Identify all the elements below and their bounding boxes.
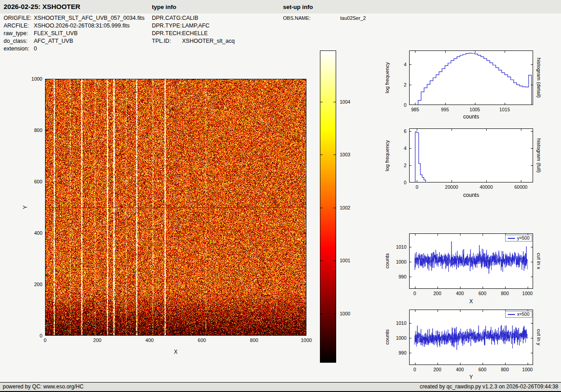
tick-label: 400 — [132, 337, 168, 343]
colorbar-tick-label: 1001 — [340, 258, 350, 263]
tick-label: 6 — [388, 128, 406, 134]
cut-y-right-label: cut in y — [535, 310, 543, 365]
tick-label: 1000 — [388, 259, 406, 264]
colorbar — [320, 50, 336, 363]
tick-label: 600 — [184, 337, 220, 343]
main-x-axis-label: X — [45, 349, 306, 355]
qc-report-page: 2026-02-25: XSHOOTER type info set-up in… — [0, 0, 561, 392]
tick-label: 40000 — [468, 184, 504, 190]
footer-bar: powered by QC: www.eso.org/HC created by… — [0, 382, 561, 392]
tick-label: 400 — [24, 230, 42, 236]
tick-label: 2 — [388, 163, 406, 168]
hist-detail-y-axis-label: log frequency — [383, 50, 391, 105]
main-y-axis-label: Y — [22, 79, 29, 336]
hist-full-x-axis-label: counts — [409, 192, 533, 198]
tick-label: 60000 — [503, 184, 539, 190]
cut-in-x-plot — [409, 233, 533, 289]
meta-key-arcfile: ARCFILE: — [4, 23, 29, 29]
histogram-full-plot — [409, 128, 533, 182]
cut-y-legend: x=500 — [505, 311, 532, 318]
tick-label: 200 — [79, 337, 115, 343]
meta-value-origfile: XSHOOTER_SLT_AFC_UVB_057_0034.fits — [34, 15, 145, 21]
cut-x-x-axis-label: X — [409, 298, 533, 305]
meta-key-doclass: do_class: — [4, 38, 27, 44]
tick-label: 1000 — [510, 367, 546, 372]
header-bar: 2026-02-25: XSHOOTER type info set-up in… — [0, 0, 561, 14]
legend-line-sample — [508, 238, 515, 239]
meta-value-extension: 0 — [34, 46, 37, 52]
hist-detail-right-label: histogram (detail) — [535, 50, 543, 105]
cut-in-y-plot — [409, 310, 533, 365]
tick-label: 600 — [24, 179, 42, 184]
tick-label: 2 — [388, 82, 406, 87]
tick-label: 200 — [24, 282, 42, 287]
meta-key-dprtech: DPR.TECH: — [152, 30, 182, 36]
footer-right-text: created by qc_rawdisp.py v1.2.3 on 2026-… — [420, 383, 558, 390]
hist-detail-x-axis-label: counts — [409, 114, 533, 120]
footer-left-text: powered by QC: www.eso.org/HC — [3, 383, 83, 390]
cut-x-right-label: cut in x — [535, 233, 543, 289]
tick-label: 4 — [388, 146, 406, 151]
meta-value-dprtype: LAMP,AFC — [182, 23, 210, 29]
cut-y-x-axis-label: Y — [409, 374, 533, 380]
tick-label: 20000 — [433, 184, 470, 190]
tick-label: 0 — [388, 102, 406, 108]
colorbar-tick-label: 1000 — [340, 311, 350, 316]
meta-key-extension: extension: — [4, 46, 29, 52]
hist-full-right-label: histogram (full) — [535, 128, 543, 182]
tick-label: 0 — [388, 180, 406, 185]
tick-label: 1000 — [288, 337, 324, 343]
meta-value-dprcatg: CALIB — [182, 15, 198, 21]
cut-y-legend-label: x=500 — [517, 312, 529, 317]
meta-key-rawtype: raw_type: — [4, 30, 28, 36]
meta-value-obsname: tau02Ser_2 — [340, 15, 366, 21]
colorbar-tick-label: 1004 — [340, 99, 350, 105]
meta-value-arcfile: XSHOO.2026-02-26T08:31:05.999.fits — [34, 23, 130, 29]
tick-label: 0 — [24, 333, 42, 338]
legend-line-sample — [508, 314, 515, 315]
meta-key-origfile: ORIGFILE: — [4, 15, 32, 21]
meta-value-tplid: XSHOOTER_slt_acq — [182, 38, 235, 44]
page-title: 2026-02-25: XSHOOTER — [4, 3, 80, 10]
meta-key-obsname: OBS.NAME: — [283, 15, 310, 21]
tick-label: 4 — [388, 62, 406, 67]
tick-label: 800 — [236, 337, 272, 343]
detector-image — [45, 79, 306, 336]
hist-full-y-axis-label: log frequency — [383, 128, 391, 182]
colorbar-tick-label: 1003 — [340, 152, 350, 157]
cut-x-legend-label: y=500 — [517, 236, 529, 241]
tick-label: 990 — [388, 350, 406, 356]
meta-value-dprtech: ECHELLE — [182, 30, 208, 36]
tick-label: 1000 — [510, 291, 546, 296]
tick-label: 1000 — [24, 76, 42, 82]
tick-label: 1015 — [487, 107, 523, 112]
type-info-heading: type info — [152, 4, 176, 10]
tick-label: 1000 — [388, 335, 406, 341]
setup-info-heading: set-up info — [283, 4, 313, 10]
tick-label: 1010 — [388, 320, 406, 326]
tick-label: 990 — [388, 274, 406, 279]
meta-value-doclass: AFC_ATT_UVB — [34, 38, 73, 44]
tick-label: 1010 — [388, 244, 406, 250]
meta-key-tplid: TPL.ID: — [152, 38, 171, 44]
colorbar-tick-label: 1002 — [340, 205, 350, 210]
meta-key-dprcatg: DPR.CATG: — [152, 15, 182, 21]
histogram-detail-plot — [409, 50, 533, 105]
cut-x-legend: y=500 — [505, 235, 532, 242]
meta-key-dprtype: DPR.TYPE: — [152, 23, 182, 29]
tick-label: 800 — [24, 128, 42, 133]
meta-value-rawtype: FLEX_SLIT_UVB — [34, 30, 78, 36]
